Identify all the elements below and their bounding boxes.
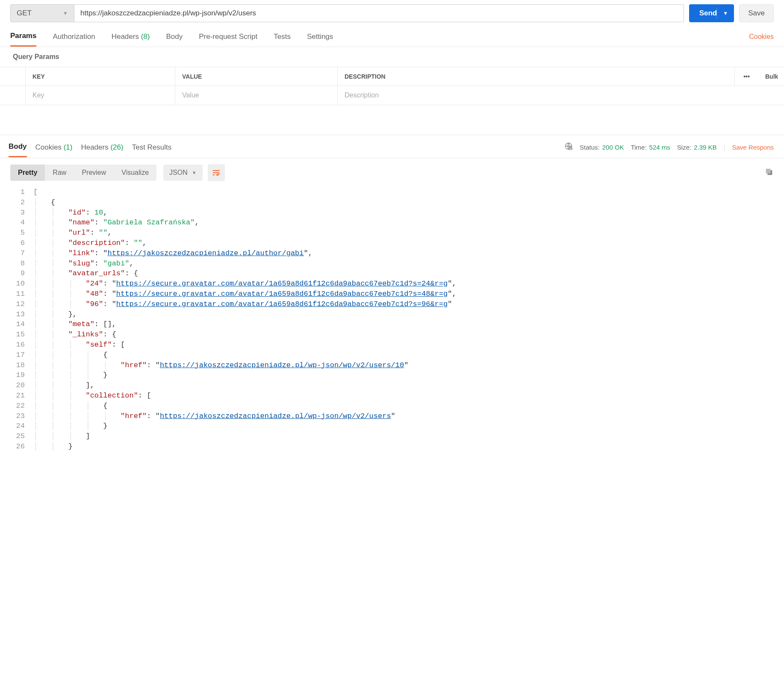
save-button[interactable]: Save bbox=[739, 4, 774, 22]
resp-headers-count: (26) bbox=[110, 143, 123, 151]
status-label: Status: bbox=[580, 144, 600, 151]
size-value: 2.39 KB bbox=[694, 144, 716, 151]
resp-tab-body[interactable]: Body bbox=[9, 142, 27, 157]
desc-header: DESCRIPTION bbox=[338, 67, 734, 85]
tab-settings[interactable]: Settings bbox=[307, 32, 333, 46]
cookies-link[interactable]: Cookies bbox=[749, 33, 774, 46]
svg-rect-3 bbox=[766, 168, 771, 173]
params-header-row: KEY VALUE DESCRIPTION ••• Bulk bbox=[0, 67, 784, 86]
value-header: VALUE bbox=[175, 67, 338, 85]
resp-tab-headers[interactable]: Headers (26) bbox=[81, 143, 123, 157]
chevron-down-icon: ▼ bbox=[192, 170, 197, 175]
key-header: KEY bbox=[26, 67, 175, 85]
query-params-label: Query Params bbox=[0, 47, 784, 67]
view-visualize[interactable]: Visualize bbox=[114, 165, 156, 181]
resp-cookies-count: (1) bbox=[64, 143, 73, 151]
wrap-lines-button[interactable] bbox=[208, 164, 225, 181]
copy-icon[interactable] bbox=[764, 167, 774, 179]
size-label: Size: bbox=[677, 144, 691, 151]
resp-tab-test-results[interactable]: Test Results bbox=[132, 143, 172, 157]
view-pretty[interactable]: Pretty bbox=[10, 165, 45, 181]
tab-params[interactable]: Params bbox=[10, 32, 36, 47]
params-input-row bbox=[0, 86, 784, 105]
resp-headers-label: Headers bbox=[81, 143, 108, 151]
send-button[interactable]: Send ▼ bbox=[689, 4, 734, 22]
tab-headers[interactable]: Headers (8) bbox=[112, 32, 150, 46]
tab-prerequest[interactable]: Pre-request Script bbox=[199, 32, 257, 46]
save-response-link[interactable]: Save Respons bbox=[732, 144, 774, 151]
response-body-code[interactable]: 1[2│ {3│ │ "id": 10,4│ │ "name": "Gabrie… bbox=[0, 187, 784, 460]
view-mode-group: Pretty Raw Preview Visualize bbox=[10, 165, 156, 181]
expand-cell bbox=[0, 67, 26, 85]
params-table: KEY VALUE DESCRIPTION ••• Bulk bbox=[0, 67, 784, 105]
format-dropdown[interactable]: JSON ▼ bbox=[163, 165, 203, 181]
tab-headers-label: Headers bbox=[112, 32, 139, 41]
globe-icon[interactable] bbox=[564, 142, 573, 153]
desc-input[interactable] bbox=[345, 91, 777, 99]
resp-cookies-label: Cookies bbox=[35, 143, 62, 151]
chevron-down-icon: ▼ bbox=[63, 10, 68, 16]
tab-body[interactable]: Body bbox=[166, 32, 183, 46]
more-icon[interactable]: ••• bbox=[734, 67, 758, 85]
url-input[interactable] bbox=[74, 4, 684, 22]
view-raw[interactable]: Raw bbox=[45, 165, 74, 181]
headers-count: (8) bbox=[141, 32, 150, 41]
key-input[interactable] bbox=[32, 91, 168, 99]
time-value: 524 ms bbox=[649, 144, 670, 151]
method-dropdown[interactable]: GET ▼ bbox=[10, 4, 74, 22]
time-label: Time: bbox=[631, 144, 647, 151]
bulk-edit-link[interactable]: Bulk bbox=[758, 67, 784, 85]
method-label: GET bbox=[17, 9, 32, 18]
tab-authorization[interactable]: Authorization bbox=[53, 32, 95, 46]
view-preview[interactable]: Preview bbox=[74, 165, 114, 181]
value-input[interactable] bbox=[182, 91, 330, 99]
expand-cell bbox=[0, 86, 26, 105]
format-label: JSON bbox=[169, 169, 188, 177]
divider bbox=[716, 8, 717, 19]
status-value: 200 OK bbox=[602, 144, 624, 151]
chevron-down-icon: ▼ bbox=[723, 10, 728, 16]
resp-tab-cookies[interactable]: Cookies (1) bbox=[35, 143, 73, 157]
tab-tests[interactable]: Tests bbox=[274, 32, 291, 46]
send-label: Send bbox=[699, 9, 724, 18]
spacer bbox=[0, 105, 784, 135]
